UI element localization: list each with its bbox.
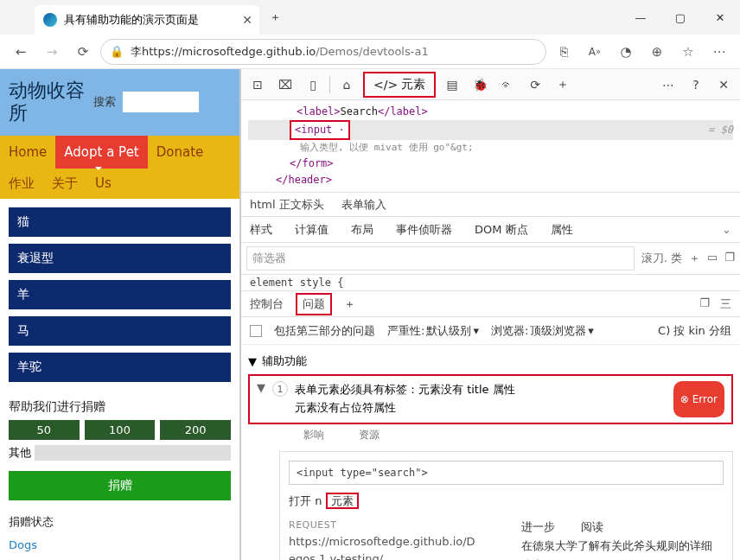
network-icon[interactable]: ᯤ: [496, 73, 519, 96]
other-label: 其他: [9, 445, 31, 461]
nav-about[interactable]: 关于: [43, 169, 86, 199]
category-item[interactable]: 马: [9, 316, 231, 346]
menu-icon[interactable]: ⋯: [705, 38, 733, 66]
issue-detail: <input type="search"> 打开 n 元素 REQUEST ht…: [279, 451, 733, 560]
tab-close-icon[interactable]: ✕: [242, 13, 252, 27]
back-button[interactable]: ←: [7, 38, 35, 66]
severity-select[interactable]: 严重性:默认级别▾: [387, 323, 479, 339]
other-input[interactable]: [35, 445, 231, 461]
console-tab[interactable]: 控制台: [250, 296, 284, 312]
inspect-icon[interactable]: ⊡: [246, 73, 269, 96]
category-item[interactable]: 羊驼: [9, 353, 231, 382]
dom-tree[interactable]: <label>Search</label> <input · = $0 输入类型…: [241, 100, 740, 193]
copy-icon[interactable]: ❐: [724, 251, 735, 266]
new-tab-button[interactable]: ＋: [259, 0, 290, 35]
tab-dombreak[interactable]: DOM 断点: [475, 222, 528, 238]
category-item[interactable]: 衰退型: [9, 244, 231, 273]
sync-icon[interactable]: ◔: [612, 38, 640, 66]
nav-donate[interactable]: Donate: [148, 136, 213, 169]
url-prefix: 李: [131, 44, 142, 60]
styles-filter[interactable]: 筛选器: [246, 246, 635, 270]
refresh-button[interactable]: ⟳: [69, 38, 97, 66]
amount-row: 50 100 200: [0, 420, 239, 440]
drawer-copy-icon[interactable]: ❐: [699, 296, 710, 312]
eq0: = $0: [708, 122, 733, 138]
more-tabs-icon[interactable]: ＋: [552, 73, 574, 96]
url-path: /Demos/devtools-a1: [316, 45, 428, 58]
welcome-icon[interactable]: ▯: [302, 73, 324, 96]
nav-us[interactable]: Us: [86, 169, 120, 199]
issue-category[interactable]: ▼辅助功能: [248, 350, 733, 372]
help-icon[interactable]: ?: [685, 73, 707, 96]
add-rule-icon[interactable]: ＋: [689, 251, 700, 266]
minimize-button[interactable]: —: [621, 0, 660, 35]
amount-200[interactable]: 200: [160, 420, 231, 440]
drawer-tabs: 控制台 问题 ＋ ❐ 三: [241, 291, 740, 317]
bug-icon[interactable]: 🐞: [469, 73, 491, 96]
toolbar: ← → ⟳ 🔒 李 https://microsoftedge.github.i…: [0, 35, 740, 69]
read-icon[interactable]: ⎘: [550, 38, 577, 66]
address-bar[interactable]: 🔒 李 https://microsoftedge.github.io /Dem…: [100, 39, 546, 65]
devtools-panel: ⊡ ⌧ ▯ ⌂ </>元素 ▤ 🐞 ᯤ ⟳ ＋ ⋯ ? ✕ <label>Sea…: [240, 69, 740, 560]
donate-header: 帮助我们进行捐赠: [0, 391, 239, 420]
open-elements-link[interactable]: 元素: [326, 493, 359, 509]
nav-adopt[interactable]: Adopt a Pet: [55, 136, 147, 169]
expand-icon[interactable]: ▼: [257, 381, 265, 417]
elements-tab[interactable]: </>元素: [363, 72, 436, 98]
issue-count: 1: [272, 381, 288, 397]
tab-layout[interactable]: 布局: [351, 222, 373, 238]
issues-tab[interactable]: 问题: [296, 293, 332, 315]
tab-styles[interactable]: 样式: [250, 222, 272, 238]
category-item[interactable]: 猫: [9, 207, 231, 237]
collections-icon[interactable]: ⊕: [643, 38, 671, 66]
browser-select[interactable]: 浏览器:顶级浏览器▾: [491, 323, 594, 339]
donate-button[interactable]: 捐赠: [9, 471, 231, 500]
flex-icon[interactable]: ▭: [707, 251, 718, 266]
add-drawer-tab-icon[interactable]: ＋: [344, 296, 355, 312]
close-devtools-icon[interactable]: ✕: [712, 73, 735, 96]
drawer-close-icon[interactable]: 三: [720, 296, 731, 312]
page-title: 动物收容所: [9, 80, 86, 125]
breadcrumb[interactable]: html 正文标头 表单输入: [241, 193, 740, 217]
device-icon[interactable]: ⌧: [274, 73, 297, 96]
issue-row[interactable]: ▼ 1 表单元素必须具有标签：元素没有 title 属性 元素没有占位符属性 ⊗…: [248, 374, 733, 424]
home-tool-icon[interactable]: ⌂: [335, 73, 358, 96]
chevron-down-icon[interactable]: ⌄: [722, 223, 731, 236]
nav-jobs[interactable]: 作业: [0, 169, 43, 199]
titlebar: 具有辅助功能的演示页面是 ✕ ＋ — ▢ ✕: [0, 0, 740, 35]
favorite-icon[interactable]: ☆: [674, 38, 702, 66]
element-style[interactable]: element style {: [241, 275, 740, 291]
browser-tab[interactable]: 具有辅助功能的演示页面是 ✕: [35, 5, 259, 35]
error-badge: ⊗Error: [673, 381, 724, 417]
issues-options: 包括第三部分的问题 严重性:默认级别▾ 浏览器:顶级浏览器▾ C) 按 kin …: [241, 317, 740, 345]
console-tool-icon[interactable]: ▤: [441, 73, 463, 96]
demo-page: 动物收容所 搜索 Home Adopt a Pet Donate 作业 关于 U…: [0, 69, 240, 560]
amount-100[interactable]: 100: [85, 420, 156, 440]
maximize-button[interactable]: ▢: [660, 0, 700, 35]
thirdparty-checkbox[interactable]: [250, 325, 262, 337]
selected-input-node[interactable]: <input ·: [290, 120, 350, 140]
perf-icon[interactable]: ⟳: [524, 73, 546, 96]
tab-title: 具有辅助功能的演示页面是: [64, 12, 199, 28]
styles-tabstrip: 样式 计算值 布局 事件侦听器 DOM 断点 属性 ⌄: [241, 217, 740, 243]
more-icon[interactable]: ⋯: [657, 73, 679, 96]
close-window-button[interactable]: ✕: [700, 0, 740, 35]
amount-50[interactable]: 50: [9, 420, 80, 440]
dogs-link[interactable]: Dogs: [0, 535, 239, 555]
category-list: 猫 衰退型 羊 马 羊驼: [0, 199, 239, 391]
search-input[interactable]: [123, 92, 199, 112]
url-host: https://microsoftedge.github.io: [142, 45, 316, 58]
tab-properties[interactable]: 属性: [551, 222, 573, 238]
code-snippet: <input type="search">: [289, 461, 724, 485]
category-item[interactable]: 羊: [9, 280, 231, 309]
devtools-toolbar: ⊡ ⌧ ▯ ⌂ </>元素 ▤ 🐞 ᯤ ⟳ ＋ ⋯ ? ✕: [241, 69, 740, 100]
aa-icon[interactable]: A»: [581, 38, 609, 66]
forward-button: →: [38, 38, 66, 66]
main-nav-row2: 作业 关于 Us: [0, 169, 239, 199]
issues-body: ▼辅助功能 ▼ 1 表单元素必须具有标签：元素没有 title 属性 元素没有占…: [241, 345, 740, 560]
tab-listeners[interactable]: 事件侦听器: [396, 222, 452, 238]
styles-filter-row: 筛选器 滚刀. 类 ＋ ▭ ❐: [241, 243, 740, 275]
tab-computed[interactable]: 计算值: [295, 222, 329, 238]
donation-status: 捐赠状态: [0, 506, 239, 535]
nav-home[interactable]: Home: [0, 136, 55, 169]
